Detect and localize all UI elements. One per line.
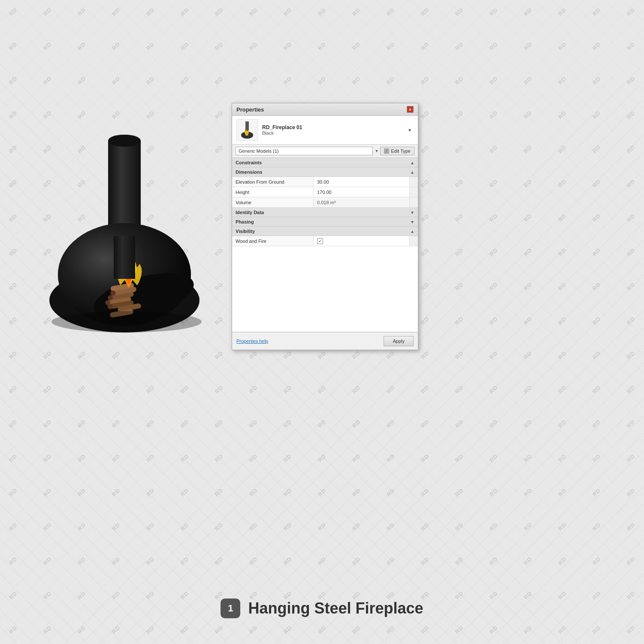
elevation-action <box>409 177 418 187</box>
panel-titlebar: Properties × <box>232 103 418 116</box>
object-dropdown-icon[interactable]: ▼ <box>408 128 414 133</box>
selector-label: Generic Models (1) <box>239 148 279 154</box>
section-identity-data[interactable]: Identity Data ▼ <box>232 208 418 217</box>
section-dimensions[interactable]: Dimensions ▲ <box>232 167 418 177</box>
empty-area <box>232 246 418 332</box>
visibility-label: Visibility <box>236 229 255 234</box>
selector-row: Generic Models (1) ▼ Edit Type <box>232 145 418 158</box>
identity-collapse-icon: ▼ <box>410 210 414 215</box>
identity-data-label: Identity Data <box>236 210 264 215</box>
item-number: 1 <box>221 599 240 618</box>
properties-help-link[interactable]: Properties help <box>236 339 268 344</box>
dimensions-label: Dimensions <box>236 169 262 175</box>
selector-arrow-icon: ▼ <box>375 149 378 153</box>
prop-elevation-row: Elevation From Ground 30.00 <box>232 177 418 187</box>
volume-label-text: Volume <box>236 200 251 205</box>
prop-height-row: Height 170.00 <box>232 187 418 197</box>
object-name: RD_Fireplace 01 <box>262 124 408 130</box>
wood-fire-action <box>409 236 418 246</box>
edit-type-icon <box>384 148 389 154</box>
panel-title: Properties <box>236 106 264 113</box>
wood-fire-value[interactable]: ✓ <box>314 236 409 246</box>
section-phasing[interactable]: Phasing ▼ <box>232 217 418 227</box>
svg-rect-28 <box>385 151 388 152</box>
close-button[interactable]: × <box>407 106 414 113</box>
object-info: RD_Fireplace 01 Black <box>262 124 408 136</box>
height-label: Height <box>232 187 314 197</box>
elevation-value[interactable]: 30.00 <box>314 177 409 187</box>
elevation-label: Elevation From Ground <box>232 177 314 187</box>
object-subname: Black <box>262 130 408 136</box>
svg-rect-26 <box>384 149 389 153</box>
apply-button[interactable]: Apply <box>384 336 414 346</box>
properties-panel: Properties × RD_Fireplace 01 Black ▼ <box>232 103 418 350</box>
phasing-label: Phasing <box>236 219 254 224</box>
volume-label: Volume <box>232 197 314 207</box>
wood-fire-label: Wood and Fire <box>232 236 314 246</box>
constraints-label: Constraints <box>236 160 262 165</box>
bottom-label-area: 1 Hanging Steel Fireplace <box>0 599 644 618</box>
section-constraints[interactable]: Constraints ▲ <box>232 158 418 167</box>
svg-point-3 <box>108 135 141 147</box>
svg-rect-20 <box>114 236 135 279</box>
svg-rect-22 <box>245 121 249 130</box>
prop-volume-row: Volume 0.018 m³ <box>232 197 418 208</box>
constraints-collapse-icon: ▲ <box>410 160 414 165</box>
edit-type-button[interactable]: Edit Type <box>380 147 414 155</box>
object-thumbnail <box>236 119 258 141</box>
height-action <box>409 187 418 197</box>
section-visibility[interactable]: Visibility ▲ <box>232 227 418 236</box>
visibility-collapse-icon: ▲ <box>410 229 414 234</box>
edit-type-label: Edit Type <box>391 148 411 154</box>
volume-action <box>409 197 418 207</box>
height-value[interactable]: 170.00 <box>314 187 409 197</box>
phasing-collapse-icon: ▼ <box>410 220 414 224</box>
volume-value: 0.018 m³ <box>314 197 409 207</box>
object-header: RD_Fireplace 01 Black ▼ <box>232 116 418 145</box>
svg-rect-27 <box>385 150 388 151</box>
fireplace-illustration <box>21 77 227 378</box>
dimensions-collapse-icon: ▲ <box>410 170 414 175</box>
svg-point-21 <box>51 311 202 333</box>
prop-wood-fire-row: Wood and Fire ✓ <box>232 236 418 246</box>
wood-fire-checkbox[interactable]: ✓ <box>317 238 323 244</box>
category-selector[interactable]: Generic Models (1) <box>236 147 373 155</box>
item-title: Hanging Steel Fireplace <box>248 599 423 617</box>
panel-footer: Properties help Apply <box>232 332 418 350</box>
